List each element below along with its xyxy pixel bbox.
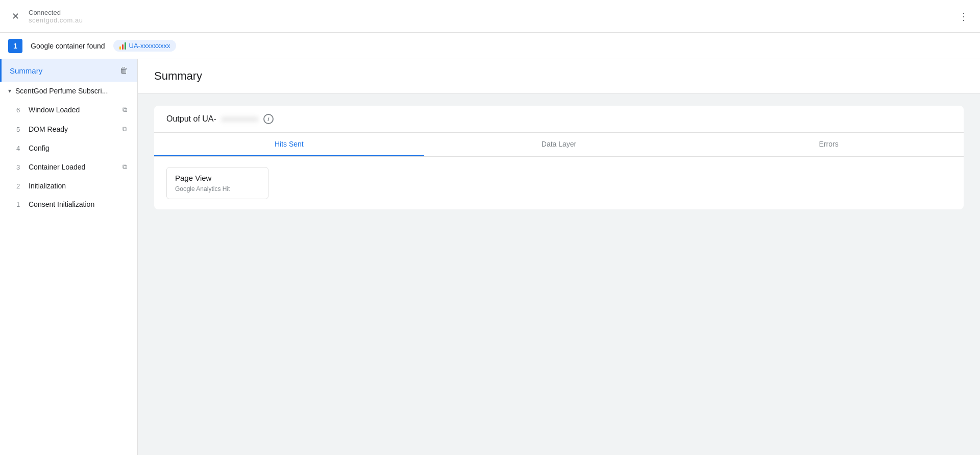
event-number-5: 5 [16,126,24,133]
tab-hits-sent[interactable]: Hits Sent [154,133,424,156]
sidebar-item-initialization[interactable]: 2 Initialization [0,177,137,195]
chevron-down-icon: ▾ [8,87,11,94]
sidebar-item-consent-initialization[interactable]: 1 Consent Initialization [0,195,137,213]
trash-icon: 🗑 [120,66,128,75]
sidebar-item-config[interactable]: 4 Config [0,139,137,157]
bar-chart-icon [119,42,126,50]
event-name-dom-ready: DOM Ready [29,125,116,133]
tabs-bar: Hits Sent Data Layer Errors [154,133,964,157]
output-title-blurred: xxxxxxxxx [222,114,258,124]
copy-icon-window-loaded[interactable]: ⧉ [120,105,129,114]
output-title-prefix: Output of UA- [166,114,216,124]
close-button[interactable]: ✕ [8,9,22,23]
copy-icon-dom-ready[interactable]: ⧉ [120,125,129,134]
top-bar: ✕ Connected scentgod.com.au ⋮ [0,0,980,33]
ua-tag[interactable]: UA-xxxxxxxxx [113,40,177,52]
hit-card-subtitle: Google Analytics Hit [175,185,260,193]
event-name-consent-initialization: Consent Initialization [29,200,129,208]
event-name-config: Config [29,144,129,152]
info-symbol: i [267,116,269,122]
event-number-2: 2 [16,182,24,190]
bar-3 [125,42,126,50]
container-bar: 1 Google container found UA-xxxxxxxxx [0,33,980,59]
close-icon: ✕ [12,11,19,22]
event-number-4: 4 [16,145,24,152]
tab-data-layer-label: Data Layer [542,140,576,148]
sidebar-item-container-loaded[interactable]: 3 Container Loaded ⧉ [0,157,137,177]
section-title: ScentGod Perfume Subscri... [15,87,108,95]
output-panel: Output of UA- xxxxxxxxx i Hits Sent Data… [154,106,964,209]
bar-2 [122,44,124,50]
content-body: Output of UA- xxxxxxxxx i Hits Sent Data… [138,93,980,222]
event-number-1: 1 [16,201,24,208]
event-number-6: 6 [16,106,24,114]
tab-errors[interactable]: Errors [694,133,964,156]
top-bar-left: ✕ Connected scentgod.com.au [8,9,83,24]
container-badge: 1 [8,39,22,53]
tab-data-layer[interactable]: Data Layer [424,133,694,156]
sidebar-section-header[interactable]: ▾ ScentGod Perfume Subscri... [0,82,137,100]
page-title: Summary [154,69,202,82]
event-name-initialization: Initialization [29,182,129,190]
more-options-button[interactable]: ⋮ [955,8,972,25]
tab-hits-sent-label: Hits Sent [275,140,304,148]
sidebar-summary-label: Summary [10,66,42,75]
more-icon: ⋮ [959,10,969,22]
container-found-label: Google container found [31,42,105,50]
sidebar-item-window-loaded[interactable]: 6 Window Loaded ⧉ [0,100,137,119]
sidebar-item-dom-ready[interactable]: 5 DOM Ready ⧉ [0,119,137,139]
delete-icon[interactable]: 🗑 [119,65,129,76]
main-content: Summary Output of UA- xxxxxxxxx i Hits S… [138,59,980,455]
connected-label: Connected [29,9,83,16]
content-header: Summary [138,59,980,93]
copy-icon-container-loaded[interactable]: ⧉ [120,162,129,172]
domain-label: scentgod.com.au [29,16,83,24]
event-number-3: 3 [16,163,24,171]
sidebar: Summary 🗑 ▾ ScentGod Perfume Subscri... … [0,59,138,455]
top-bar-title: Connected scentgod.com.au [29,9,83,24]
hits-content: Page View Google Analytics Hit [154,157,964,209]
bar-1 [119,46,121,50]
hit-card-page-view[interactable]: Page View Google Analytics Hit [166,167,268,199]
ua-tag-label: UA-xxxxxxxxx [129,42,170,50]
hit-card-title: Page View [175,174,260,182]
tab-errors-label: Errors [819,140,839,148]
output-header: Output of UA- xxxxxxxxx i [154,106,964,133]
sidebar-summary-item[interactable]: Summary 🗑 [0,59,137,82]
info-icon[interactable]: i [263,114,274,124]
main-layout: Summary 🗑 ▾ ScentGod Perfume Subscri... … [0,59,980,455]
event-name-window-loaded: Window Loaded [29,106,116,114]
event-name-container-loaded: Container Loaded [29,163,116,171]
